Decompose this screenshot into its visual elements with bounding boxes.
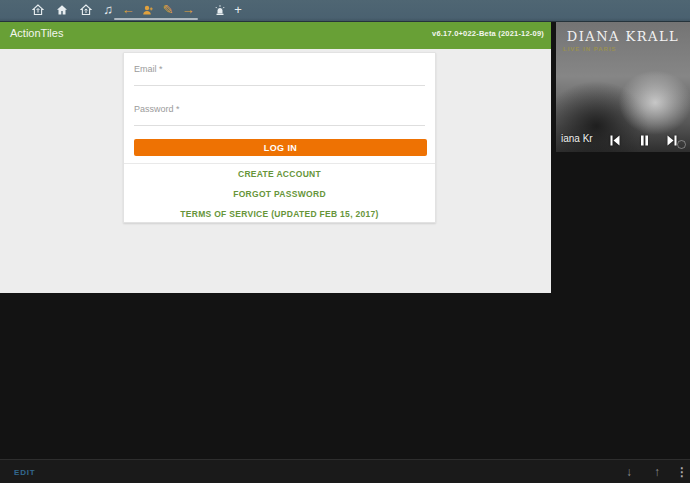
- home-icon[interactable]: [52, 0, 72, 20]
- overflow-menu-icon[interactable]: ⋮: [673, 460, 690, 483]
- plus-glyph: +: [234, 0, 242, 20]
- music-note-icon[interactable]: ♫: [98, 0, 118, 20]
- account-icon[interactable]: [138, 0, 158, 20]
- app-title: ActionTiles: [10, 27, 63, 39]
- record-label-logo: [677, 140, 686, 149]
- terms-of-service-link[interactable]: TERMS OF SERVICE (UPDATED FEB 15, 2017): [124, 209, 435, 219]
- browser-top-bar: ♫ ← ✎ → +: [0, 0, 690, 22]
- back-icon[interactable]: ←: [118, 0, 138, 20]
- move-up-icon[interactable]: ↑: [648, 460, 666, 483]
- album-title: DIANA KRALL: [556, 29, 690, 44]
- home-upload-icon[interactable]: [76, 0, 96, 20]
- password-underline: [134, 125, 425, 126]
- pause-icon[interactable]: [636, 132, 652, 148]
- forward-icon[interactable]: →: [178, 0, 198, 20]
- edit-button[interactable]: EDIT: [14, 468, 35, 477]
- skip-previous-icon[interactable]: [606, 132, 622, 148]
- album-subtitle: LIVE IN PARIS: [563, 46, 617, 52]
- app-header: ActionTiles v6.17.0+022-Beta (2021-12-09…: [0, 22, 551, 49]
- create-account-link[interactable]: CREATE ACCOUNT: [124, 169, 435, 179]
- back-arrow-glyph: ←: [122, 0, 135, 20]
- email-underline: [134, 85, 425, 86]
- app-version: v6.17.0+022-Beta (2021-12-09): [432, 29, 544, 38]
- password-field[interactable]: Password *: [134, 101, 425, 129]
- pencil-glyph: ✎: [163, 0, 174, 20]
- card-divider: [124, 163, 435, 164]
- password-label: Password *: [134, 104, 180, 114]
- media-widget-album-art: DIANA KRALL LIVE IN PARIS iana Kr: [556, 22, 690, 152]
- new-tab-icon[interactable]: +: [228, 0, 248, 20]
- email-label: Email *: [134, 64, 163, 74]
- move-down-icon[interactable]: ↓: [620, 460, 638, 483]
- login-card: Email * Password * LOG IN CREATE ACCOUNT…: [123, 52, 436, 223]
- webview-panel: ActionTiles v6.17.0+022-Beta (2021-12-09…: [0, 22, 551, 293]
- edit-pencil-icon[interactable]: ✎: [158, 0, 178, 20]
- home-export-icon[interactable]: [28, 0, 48, 20]
- forgot-password-link[interactable]: FORGOT PASSWORD: [124, 189, 435, 199]
- bottom-action-bar: EDIT ↓ ↑ ⋮: [0, 459, 690, 483]
- login-button[interactable]: LOG IN: [134, 139, 427, 156]
- email-field[interactable]: Email *: [134, 61, 425, 89]
- music-note-glyph: ♫: [103, 0, 113, 20]
- active-tab-indicator: [114, 18, 198, 20]
- siren-icon[interactable]: [210, 0, 230, 20]
- media-controls: iana Kr: [556, 130, 690, 150]
- track-title-text: iana Kr: [561, 133, 593, 144]
- forward-arrow-glyph: →: [182, 0, 195, 20]
